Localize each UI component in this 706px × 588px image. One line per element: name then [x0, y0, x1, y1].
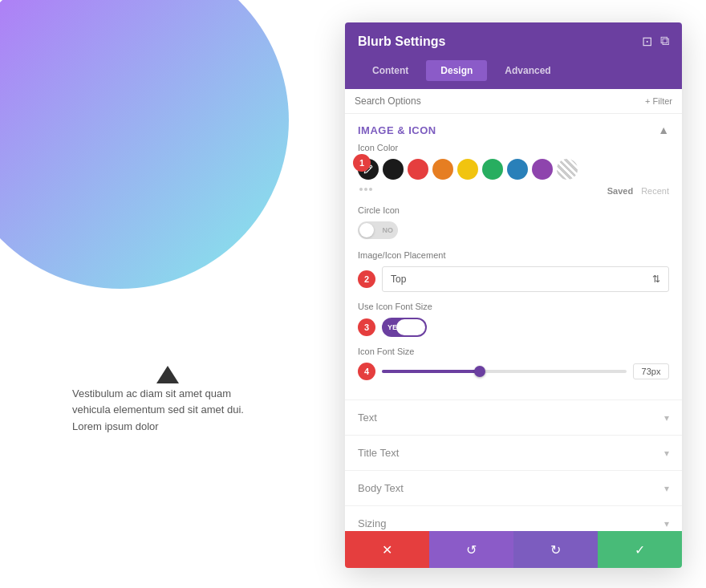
text-section-label: Text [358, 412, 377, 424]
undo-button[interactable]: ↺ [429, 531, 513, 568]
font-size-value[interactable]: 73px [633, 363, 669, 379]
sizing-section[interactable]: Sizing ▾ [345, 505, 682, 531]
swatch-yellow[interactable] [457, 159, 478, 180]
image-icon-content: Icon Color 1 [345, 143, 682, 399]
title-text-section[interactable]: Title Text ▾ [345, 435, 682, 470]
tab-design[interactable]: Design [426, 60, 487, 81]
left-content-area: Vestibulum ac diam sit amet quam vehicul… [0, 0, 345, 588]
toggle-no-label: NO [383, 226, 394, 234]
filter-button[interactable]: + Filter [645, 96, 672, 106]
use-icon-font-size-label: Use Icon Font Size [358, 302, 669, 311]
search-bar: + Filter [345, 89, 682, 114]
swatch-transparent[interactable] [557, 159, 578, 180]
panel-tabs: Content Design Advanced [345, 60, 682, 89]
fullscreen-icon[interactable]: ⊡ [642, 34, 652, 49]
toggle-knob [359, 223, 374, 237]
font-size-slider[interactable] [382, 370, 627, 373]
saved-recent-tabs: Saved Recent [607, 186, 669, 196]
more-swatches-dots[interactable] [358, 185, 374, 194]
circle-icon-toggle[interactable]: NO [358, 221, 398, 239]
swatch-blue[interactable] [507, 159, 528, 180]
use-icon-font-size-toggle[interactable]: YES [382, 318, 427, 337]
image-icon-section-header: Image & Icon ▲ [345, 114, 682, 143]
header-icons: ⊡ ⧉ [642, 34, 669, 49]
tab-content[interactable]: Content [358, 60, 423, 81]
dot-2 [364, 188, 367, 191]
panel-title: Blurb Settings [358, 34, 445, 49]
section-collapse-icon[interactable]: ▲ [658, 124, 669, 136]
search-input[interactable] [355, 95, 645, 107]
triangle-icon [156, 366, 179, 383]
title-text-section-label: Title Text [358, 447, 399, 459]
badge-3: 3 [358, 318, 375, 336]
saved-tab[interactable]: Saved [607, 186, 633, 196]
recent-tab[interactable]: Recent [641, 186, 669, 196]
image-icon-title: Image & Icon [358, 124, 436, 136]
swatch-purple[interactable] [532, 159, 553, 180]
slider-fill [382, 370, 480, 373]
redo-button[interactable]: ↻ [513, 531, 598, 568]
panel-body: Image & Icon ▲ Icon Color 1 [345, 114, 682, 531]
badge-1-wrapper: 1 [358, 159, 379, 180]
panel-header: Blurb Settings ⊡ ⧉ [345, 22, 682, 60]
body-text-section[interactable]: Body Text ▾ [345, 470, 682, 505]
badge-1: 1 [353, 154, 371, 172]
panel-footer: ✕ ↺ ↻ ✓ [345, 531, 682, 568]
badge-4: 4 [358, 363, 375, 380]
title-text-chevron-icon: ▾ [664, 448, 669, 459]
left-body-text: Vestibulum ac diam sit amet quam vehicul… [72, 386, 257, 436]
text-chevron-icon: ▾ [664, 412, 669, 424]
body-text-chevron-icon: ▾ [664, 483, 669, 494]
text-section[interactable]: Text ▾ [345, 399, 682, 435]
circle-icon-label: Circle Icon [358, 205, 669, 215]
toggle-yes-knob [396, 319, 425, 335]
badge-2: 2 [358, 270, 375, 288]
swatch-black[interactable] [383, 159, 404, 180]
icon-color-label: Icon Color [358, 143, 669, 152]
placement-value: Top [391, 274, 406, 285]
swatch-red[interactable] [408, 159, 428, 180]
placement-row: 2 Top ⇅ [358, 266, 669, 292]
placement-label: Image/Icon Placement [358, 250, 669, 260]
icon-font-size-label: Icon Font Size [358, 347, 669, 356]
body-text-section-label: Body Text [358, 482, 404, 494]
confirm-button[interactable]: ✓ [598, 531, 682, 568]
tab-advanced[interactable]: Advanced [490, 60, 565, 81]
use-icon-font-size-row: 3 YES [358, 318, 669, 337]
sizing-chevron-icon: ▾ [664, 518, 669, 529]
sizing-section-label: Sizing [358, 517, 386, 529]
dropdown-arrow-icon: ⇅ [652, 274, 660, 285]
icon-font-size-row: 4 73px [358, 363, 669, 380]
dot-1 [359, 188, 363, 191]
color-swatches: 1 [358, 159, 669, 180]
blurb-settings-panel: Blurb Settings ⊡ ⧉ Content Design Advanc… [345, 22, 682, 568]
cancel-button[interactable]: ✕ [345, 531, 429, 568]
swatch-green[interactable] [482, 159, 503, 180]
swatch-orange[interactable] [432, 159, 453, 180]
columns-icon[interactable]: ⧉ [660, 34, 669, 49]
slider-thumb[interactable] [474, 366, 485, 377]
placement-dropdown[interactable]: Top ⇅ [382, 266, 669, 292]
dot-3 [369, 188, 372, 191]
